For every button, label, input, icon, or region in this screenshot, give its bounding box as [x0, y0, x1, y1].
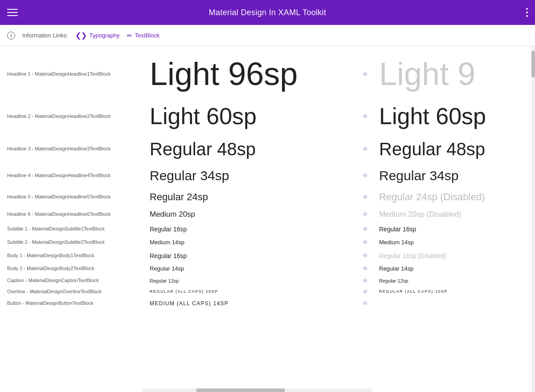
- label-row-h6: Headline 6 - MaterialDesignHeadline6Text…: [7, 206, 135, 222]
- label-row-button: Button - MaterialDesignButtonTextBlock: [7, 297, 135, 310]
- label-row-h1: Headline 1 - MaterialDesignHeadline1Text…: [7, 50, 135, 99]
- sample-row-h2: Light 60sp👁: [150, 99, 368, 134]
- label-row-sub2: Subtitle 2 - MaterialDesignSubtitle2Text…: [7, 236, 135, 249]
- sample-row-h1: Light 96sp👁: [150, 50, 368, 99]
- info-icon: i: [7, 32, 15, 40]
- code-icon: ❮❯: [75, 31, 87, 40]
- disabled-text-overline: REGULAR (ALL CAPS) 10sp: [379, 289, 528, 295]
- visibility-icon[interactable]: 👁: [362, 252, 368, 259]
- label-text-h2: Headline 2 - MaterialDesignHeadline2Text…: [7, 113, 110, 119]
- label-text-h4: Headline 4 - MaterialDesignHeadline4Text…: [7, 173, 110, 178]
- sample-text-h6: Medium 20sp: [150, 210, 359, 219]
- sample-text-sub2: Medium 14sp: [150, 238, 359, 247]
- label-text-body1: Body 1 - MaterialDesignBody1TextBlock: [7, 253, 94, 259]
- sample-text-h5: Regular 24sp: [150, 191, 359, 204]
- app-title: Material Design In XAML Toolkit: [209, 8, 326, 17]
- sample-text-h3: Regular 48sp: [150, 139, 359, 159]
- disabled-row-overline: REGULAR (ALL CAPS) 10sp: [379, 287, 528, 297]
- disabled-text-sub1: Regular 16sp: [379, 225, 528, 234]
- sample-text-body1: Regular 16sp: [150, 251, 359, 261]
- label-row-h2: Headline 2 - MaterialDesignHeadline2Text…: [7, 99, 135, 134]
- samples-column: Light 96sp👁Light 60sp👁Regular 48sp👁Regul…: [143, 46, 376, 392]
- visibility-icon[interactable]: 👁: [362, 226, 368, 233]
- label-row-h5: Headline 5 - MaterialDesignHeadline5Text…: [7, 188, 135, 206]
- disabled-text-h5: Regular 24sp (Disabled): [379, 191, 528, 204]
- menu-button[interactable]: [7, 9, 18, 16]
- disabled-row-h3: Regular 48sp: [379, 134, 528, 163]
- sample-text-h2: Light 60sp: [150, 104, 359, 129]
- sample-row-sub1: Regular 16sp👁: [150, 222, 368, 236]
- app-header: Material Design In XAML Toolkit: [0, 0, 535, 25]
- label-text-h1: Headline 1 - MaterialDesignHeadline1Text…: [7, 71, 110, 77]
- disabled-text-caption: Regular 12sp: [379, 277, 528, 285]
- disabled-row-caption: Regular 12sp: [379, 275, 528, 287]
- disabled-samples-column: Light 9Light 60spRegular 48spRegular 34s…: [376, 46, 531, 392]
- sample-row-h6: Medium 20sp👁: [150, 206, 368, 222]
- horizontal-scrollbar[interactable]: [143, 388, 372, 392]
- sample-text-sub1: Regular 16sp: [150, 225, 359, 234]
- disabled-text-sub2: Medium 14sp: [379, 238, 528, 247]
- label-text-button: Button - MaterialDesignButtonTextBlock: [7, 300, 94, 306]
- disabled-row-h2: Light 60sp: [379, 99, 528, 134]
- sample-row-h3: Regular 48sp👁: [150, 134, 368, 163]
- main-content: Headline 1 - MaterialDesignHeadline1Text…: [0, 46, 535, 392]
- disabled-row-button: [379, 297, 528, 310]
- label-row-body1: Body 1 - MaterialDesignBody1TextBlock: [7, 249, 135, 263]
- textblock-link[interactable]: ✏ TextBlock: [127, 32, 160, 39]
- typography-link-label: Typography: [90, 32, 120, 39]
- vertical-scrollbar[interactable]: [531, 46, 535, 392]
- sample-row-caption: Regular 12sp👁: [150, 275, 368, 287]
- disabled-row-h1: Light 9: [379, 50, 528, 99]
- label-row-h4: Headline 4 - MaterialDesignHeadline4Text…: [7, 163, 135, 188]
- info-bar: i Information Links: ❮❯ Typography ✏ Tex…: [0, 25, 535, 46]
- vertical-scrollbar-thumb[interactable]: [531, 51, 535, 77]
- visibility-icon[interactable]: 👁: [362, 194, 368, 201]
- typography-link[interactable]: ❮❯ Typography: [75, 31, 120, 40]
- label-row-sub1: Subtitle 1 - MaterialDesignSubtitle1Text…: [7, 222, 135, 236]
- labels-column: Headline 1 - MaterialDesignHeadline1Text…: [0, 46, 143, 392]
- sample-text-button: MEDIUM (ALL CAPS) 14sp: [150, 299, 359, 307]
- label-row-caption: Caption - MaterialDesignCaptionTextBlock: [7, 275, 135, 287]
- label-text-sub1: Subtitle 1 - MaterialDesignSubtitle1Text…: [7, 226, 105, 232]
- sample-text-caption: Regular 12sp: [150, 277, 359, 285]
- disabled-text-h6: Medium 20sp (Disabled): [379, 210, 528, 219]
- disabled-text-body1: Regular 16sp (Disabled): [379, 251, 528, 261]
- more-options-button[interactable]: [526, 8, 528, 17]
- visibility-icon[interactable]: 👁: [362, 288, 368, 295]
- sample-row-h4: Regular 34sp👁: [150, 163, 368, 188]
- sample-text-overline: REGULAR (ALL CAPS) 10sp: [150, 289, 359, 295]
- label-text-h3: Headline 3 - MaterialDesignHeadline3Text…: [7, 146, 110, 152]
- disabled-row-body2: Regular 14sp: [379, 263, 528, 275]
- label-text-sub2: Subtitle 2 - MaterialDesignSubtitle2Text…: [7, 239, 105, 245]
- visibility-icon[interactable]: 👁: [362, 300, 368, 307]
- sample-text-h1: Light 96sp: [150, 57, 359, 92]
- visibility-icon[interactable]: 👁: [362, 71, 368, 78]
- sample-row-button: MEDIUM (ALL CAPS) 14sp👁: [150, 297, 368, 310]
- label-text-h6: Headline 6 - MaterialDesignHeadline6Text…: [7, 211, 110, 217]
- disabled-text-h1: Light 9: [379, 57, 528, 92]
- label-row-h3: Headline 3 - MaterialDesignHeadline3Text…: [7, 134, 135, 163]
- textblock-link-label: TextBlock: [135, 32, 160, 39]
- pencil-icon: ✏: [127, 32, 132, 39]
- visibility-icon[interactable]: 👁: [362, 265, 368, 272]
- sample-row-sub2: Medium 14sp👁: [150, 236, 368, 249]
- visibility-icon[interactable]: 👁: [362, 145, 368, 153]
- info-links-label: Information Links:: [22, 32, 68, 39]
- disabled-row-h4: Regular 34sp: [379, 163, 528, 188]
- label-row-body2: Body 2 - MaterialDesignBody2TextBlock: [7, 263, 135, 275]
- disabled-row-h5: Regular 24sp (Disabled): [379, 188, 528, 206]
- visibility-icon[interactable]: 👁: [362, 113, 368, 120]
- visibility-icon[interactable]: 👁: [362, 211, 368, 218]
- visibility-icon[interactable]: 👁: [362, 172, 368, 179]
- disabled-text-h4: Regular 34sp: [379, 168, 528, 184]
- disabled-row-sub1: Regular 16sp: [379, 222, 528, 236]
- disabled-row-sub2: Medium 14sp: [379, 236, 528, 249]
- disabled-text-h3: Regular 48sp: [379, 139, 528, 159]
- horizontal-scrollbar-thumb[interactable]: [196, 388, 285, 392]
- label-text-body2: Body 2 - MaterialDesignBody2TextBlock: [7, 266, 94, 271]
- visibility-icon[interactable]: 👁: [362, 239, 368, 246]
- disabled-row-body1: Regular 16sp (Disabled): [379, 249, 528, 263]
- visibility-icon[interactable]: 👁: [362, 277, 368, 284]
- disabled-text-h2: Light 60sp: [379, 104, 528, 129]
- sample-row-body2: Regular 14sp👁: [150, 263, 368, 275]
